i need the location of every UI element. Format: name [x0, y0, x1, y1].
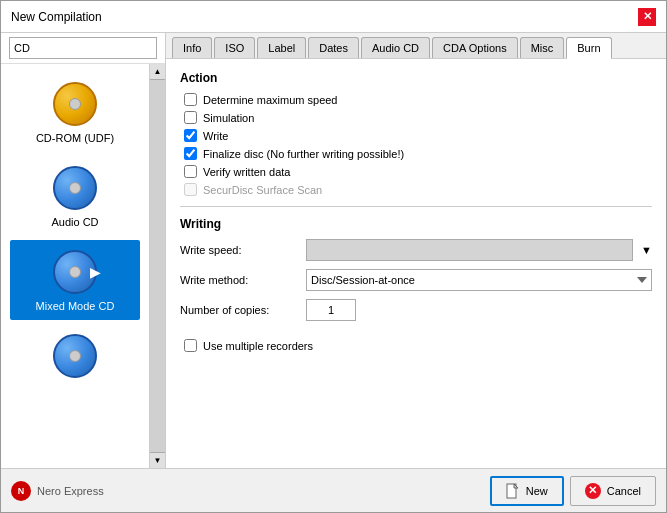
verify-checkbox[interactable]: [184, 165, 197, 178]
tab-audio-cd[interactable]: Audio CD: [361, 37, 430, 58]
speed-dropdown-arrow: ▼: [641, 244, 652, 256]
tab-cda-options[interactable]: CDA Options: [432, 37, 518, 58]
cd-selector: CD DVD Blu-ray: [1, 33, 165, 64]
content-area: CD DVD Blu-ray ▲ ▼: [1, 33, 666, 468]
finalize-row: Finalize disc (No further writing possib…: [180, 147, 652, 160]
determine-speed-row: Determine maximum speed: [180, 93, 652, 106]
finalize-label: Finalize disc (No further writing possib…: [203, 148, 404, 160]
writing-section-label: Writing: [180, 217, 652, 231]
tab-label[interactable]: Label: [257, 37, 306, 58]
tabs-bar: Info ISO Label Dates Audio CD CDA Option…: [166, 33, 666, 59]
securdisc-checkbox[interactable]: [184, 183, 197, 196]
scrollbar: ▲ ▼: [149, 64, 165, 468]
scroll-up-button[interactable]: ▲: [150, 64, 165, 80]
cancel-button[interactable]: ✕ Cancel: [570, 476, 656, 506]
audio-cd-icon: [53, 166, 97, 210]
new-button[interactable]: New: [490, 476, 564, 506]
extra-icon: [53, 334, 97, 378]
spacer: [180, 329, 652, 339]
audio-cd-icon-container: [51, 164, 99, 212]
bottom-bar: N Nero Express New ✕ Cancel: [1, 468, 666, 512]
cancel-icon: ✕: [585, 483, 601, 499]
copies-row: Number of copies: 1: [180, 299, 652, 321]
determine-speed-checkbox[interactable]: [184, 93, 197, 106]
tab-misc[interactable]: Misc: [520, 37, 565, 58]
cd-rom-label: CD-ROM (UDF): [36, 132, 114, 144]
section-divider: [180, 206, 652, 207]
write-label: Write: [203, 130, 228, 142]
title-bar-left: New Compilation: [11, 10, 102, 24]
securdisc-label: SecurDisc Surface Scan: [203, 184, 322, 196]
write-method-label: Write method:: [180, 274, 300, 286]
simulation-checkbox[interactable]: [184, 111, 197, 124]
simulation-label: Simulation: [203, 112, 254, 124]
copies-input[interactable]: 1: [306, 299, 356, 321]
nero-logo-icon: N: [11, 481, 31, 501]
multiple-recorders-checkbox[interactable]: [184, 339, 197, 352]
write-checkbox[interactable]: [184, 129, 197, 142]
write-speed-control: [306, 239, 633, 261]
new-button-label: New: [526, 485, 548, 497]
simulation-row: Simulation: [180, 111, 652, 124]
scroll-down-button[interactable]: ▼: [150, 452, 165, 468]
tab-dates[interactable]: Dates: [308, 37, 359, 58]
title-bar: New Compilation ✕: [1, 1, 666, 33]
mixed-mode-label: Mixed Mode CD: [36, 300, 115, 312]
verify-label: Verify written data: [203, 166, 290, 178]
sidebar-items-list: CD-ROM (UDF) Audio CD: [1, 64, 165, 400]
selected-arrow-icon: ▶: [90, 264, 101, 280]
bottom-left: N Nero Express: [11, 481, 104, 501]
new-doc-icon: [506, 483, 520, 499]
tab-burn[interactable]: Burn: [566, 37, 611, 59]
securdisc-row: SecurDisc Surface Scan: [180, 183, 652, 196]
multiple-recorders-row: Use multiple recorders: [180, 339, 652, 352]
bottom-right-buttons: New ✕ Cancel: [490, 476, 656, 506]
left-panel: CD DVD Blu-ray ▲ ▼: [1, 33, 166, 468]
copies-label: Number of copies:: [180, 304, 300, 316]
sidebar-item-cd-rom[interactable]: CD-ROM (UDF): [10, 72, 140, 152]
determine-speed-label: Determine maximum speed: [203, 94, 338, 106]
verify-row: Verify written data: [180, 165, 652, 178]
close-button[interactable]: ✕: [638, 8, 656, 26]
right-panel: Info ISO Label Dates Audio CD CDA Option…: [166, 33, 666, 468]
write-method-dropdown[interactable]: Disc/Session-at-once Track-at-once Raw/9…: [306, 269, 652, 291]
sidebar-item-audio-cd[interactable]: Audio CD: [10, 156, 140, 236]
burn-tab-content: Action Determine maximum speed Simulatio…: [166, 59, 666, 468]
main-window: New Compilation ✕ CD DVD Blu-ray ▲ ▼: [0, 0, 667, 513]
cancel-button-label: Cancel: [607, 485, 641, 497]
write-method-row: Write method: Disc/Session-at-once Track…: [180, 269, 652, 291]
cd-type-dropdown[interactable]: CD DVD Blu-ray: [9, 37, 157, 59]
sidebar-item-extra[interactable]: [10, 324, 140, 392]
sidebar-item-mixed-mode[interactable]: ▶ Mixed Mode CD: [10, 240, 140, 320]
app-name-text: Nero Express: [37, 485, 104, 497]
tab-info[interactable]: Info: [172, 37, 212, 58]
write-speed-row: Write speed: ▼: [180, 239, 652, 261]
window-title: New Compilation: [11, 10, 102, 24]
mixed-mode-icon-container: ▶: [51, 248, 99, 296]
multiple-recorders-label: Use multiple recorders: [203, 340, 313, 352]
audio-cd-label: Audio CD: [51, 216, 98, 228]
write-speed-label: Write speed:: [180, 244, 300, 256]
cd-rom-icon-container: [51, 80, 99, 128]
cd-rom-icon: [53, 82, 97, 126]
scroll-track: [150, 80, 165, 452]
tab-iso[interactable]: ISO: [214, 37, 255, 58]
extra-icon-container: [51, 332, 99, 380]
write-row: Write: [180, 129, 652, 142]
action-section-label: Action: [180, 71, 652, 85]
finalize-checkbox[interactable]: [184, 147, 197, 160]
sidebar-scroll-container: ▲ ▼ CD-ROM (UDF): [1, 64, 165, 468]
